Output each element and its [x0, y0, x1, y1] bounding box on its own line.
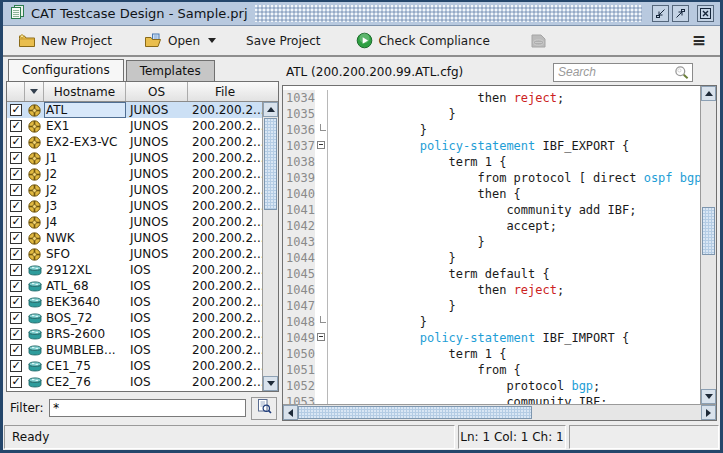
editor-vscroll-thumb[interactable] — [702, 207, 715, 255]
fold-marker[interactable] — [315, 378, 328, 394]
scroll-down-icon[interactable] — [263, 376, 278, 391]
table-row[interactable]: ✓ J2 JUNOS 200.200.2... — [7, 166, 262, 182]
line-number: 1052 — [283, 378, 315, 394]
row-checkbox[interactable]: ✓ — [10, 376, 22, 388]
maximize-button[interactable] — [672, 5, 689, 22]
editor-scroll-left-icon[interactable] — [283, 405, 298, 420]
table-row[interactable]: ✓ BOS_72 IOS 200.200.2... — [7, 310, 262, 326]
fold-marker[interactable] — [315, 282, 328, 298]
fold-marker[interactable] — [315, 138, 328, 154]
code-line: 1051 from { — [283, 362, 700, 378]
row-checkbox[interactable]: ✓ — [10, 280, 22, 292]
editor-scroll-right-icon[interactable] — [701, 405, 716, 420]
table-row[interactable]: ✓ BEK3640 IOS 200.200.2... — [7, 294, 262, 310]
table-scroll-thumb[interactable] — [264, 118, 277, 210]
row-checkbox[interactable]: ✓ — [10, 264, 22, 276]
table-row[interactable]: ✓ EX2-EX3-VC JUNOS 200.200.2... — [7, 134, 262, 150]
scroll-up-icon[interactable] — [263, 102, 278, 117]
table-row[interactable]: ✓ CE3_77 IOS 200.200.2... — [7, 390, 262, 391]
editor-hscroll-track[interactable] — [298, 405, 701, 420]
save-project-button[interactable]: Save Project — [239, 31, 327, 51]
file-cell: 200.200.2... — [188, 150, 262, 166]
tab-templates[interactable]: Templates — [126, 60, 215, 82]
filter-apply-button[interactable] — [251, 397, 277, 420]
os-column-header[interactable]: OS — [126, 82, 188, 101]
fold-marker[interactable] — [315, 394, 328, 404]
hostname-cell: SFO — [44, 246, 126, 262]
device-filter-header[interactable] — [25, 82, 44, 101]
minimize-button[interactable] — [652, 5, 669, 22]
table-row[interactable]: ✓ J1 JUNOS 200.200.2... — [7, 150, 262, 166]
fold-marker[interactable] — [315, 154, 328, 170]
table-row[interactable]: ✓ ATL JUNOS 200.200.2... — [7, 102, 262, 118]
file-column-header[interactable]: File — [188, 82, 262, 101]
row-checkbox[interactable]: ✓ — [10, 296, 22, 308]
code-area[interactable]: 1034 then reject; 1035 } 1036 } 1037 pol… — [283, 86, 700, 404]
line-number: 1053 — [283, 394, 315, 404]
row-checkbox[interactable]: ✓ — [10, 328, 22, 340]
fold-marker[interactable] — [315, 250, 328, 266]
table-row[interactable]: ✓ J2 JUNOS 200.200.2... — [7, 182, 262, 198]
search-input[interactable] — [554, 65, 674, 79]
row-checkbox[interactable]: ✓ — [10, 136, 22, 148]
hostname-column-header[interactable]: Hostname — [44, 82, 126, 101]
editor-hscroll-thumb[interactable] — [298, 406, 532, 419]
row-checkbox[interactable]: ✓ — [10, 120, 22, 132]
editor-horizontal-scrollbar[interactable] — [283, 404, 716, 420]
check-compliance-button[interactable]: Check Compliance — [349, 29, 496, 52]
table-row[interactable]: ✓ ATL_68 IOS 200.200.2... — [7, 278, 262, 294]
row-checkbox[interactable]: ✓ — [10, 104, 22, 116]
table-row[interactable]: ✓ CE1_75 IOS 200.200.2... — [7, 358, 262, 374]
fold-marker[interactable] — [315, 218, 328, 234]
table-row[interactable]: ✓ BRS-2600 IOS 200.200.2... — [7, 326, 262, 342]
fold-marker[interactable] — [315, 170, 328, 186]
table-row[interactable]: ✓ NWK JUNOS 200.200.2... — [7, 230, 262, 246]
fold-marker[interactable] — [315, 362, 328, 378]
search-icon[interactable] — [674, 65, 692, 80]
table-row[interactable]: ✓ SFO JUNOS 200.200.2... — [7, 246, 262, 262]
disabled-tool-button[interactable] — [521, 30, 555, 52]
menu-icon[interactable]: ≡ — [686, 32, 712, 49]
table-row[interactable]: ✓ BUMBLEB... IOS 200.200.2... — [7, 342, 262, 358]
fold-marker[interactable] — [315, 314, 328, 330]
fold-marker[interactable] — [315, 266, 328, 282]
open-button[interactable]: Open — [137, 30, 223, 51]
row-checkbox[interactable]: ✓ — [10, 152, 22, 164]
table-scrollbar[interactable] — [262, 102, 278, 391]
new-project-button[interactable]: New Project — [11, 30, 119, 51]
table-row[interactable]: ✓ J3 JUNOS 200.200.2... — [7, 198, 262, 214]
fold-marker[interactable] — [315, 234, 328, 250]
fold-marker[interactable] — [315, 122, 328, 138]
fold-marker[interactable] — [315, 346, 328, 362]
row-checkbox[interactable]: ✓ — [10, 344, 22, 356]
fold-marker[interactable] — [315, 90, 328, 106]
row-checkbox[interactable]: ✓ — [10, 360, 22, 372]
close-button[interactable] — [697, 5, 714, 22]
row-checkbox[interactable]: ✓ — [10, 216, 22, 228]
fold-marker[interactable] — [315, 202, 328, 218]
editor-file-title: ATL (200.200.200.99.ATL.cfg) — [286, 65, 463, 79]
fold-marker[interactable] — [315, 186, 328, 202]
row-checkbox[interactable]: ✓ — [10, 200, 22, 212]
editor-scroll-up-icon[interactable] — [701, 86, 716, 101]
fold-marker[interactable] — [315, 106, 328, 122]
fold-marker[interactable] — [315, 298, 328, 314]
table-row[interactable]: ✓ CE2_76 IOS 200.200.2... — [7, 374, 262, 390]
row-checkbox[interactable]: ✓ — [10, 232, 22, 244]
table-row[interactable]: ✓ 2912XL IOS 200.200.2... — [7, 262, 262, 278]
config-editor[interactable]: 1034 then reject; 1035 } 1036 } 1037 pol… — [282, 85, 717, 421]
table-row[interactable]: ✓ J4 JUNOS 200.200.2... — [7, 214, 262, 230]
row-checkbox[interactable]: ✓ — [10, 168, 22, 180]
row-checkbox[interactable]: ✓ — [10, 312, 22, 324]
table-scroll-track[interactable] — [263, 117, 278, 376]
row-checkbox[interactable]: ✓ — [10, 248, 22, 260]
editor-vscroll-track[interactable] — [701, 101, 716, 389]
tab-configurations[interactable]: Configurations — [8, 59, 124, 81]
checkbox-column-header[interactable] — [7, 82, 25, 101]
row-checkbox[interactable]: ✓ — [10, 184, 22, 196]
editor-vertical-scrollbar[interactable] — [700, 86, 716, 404]
editor-scroll-down-icon[interactable] — [701, 389, 716, 404]
filter-input[interactable] — [49, 399, 246, 417]
table-row[interactable]: ✓ EX1 JUNOS 200.200.2... — [7, 118, 262, 134]
fold-marker[interactable] — [315, 330, 328, 346]
